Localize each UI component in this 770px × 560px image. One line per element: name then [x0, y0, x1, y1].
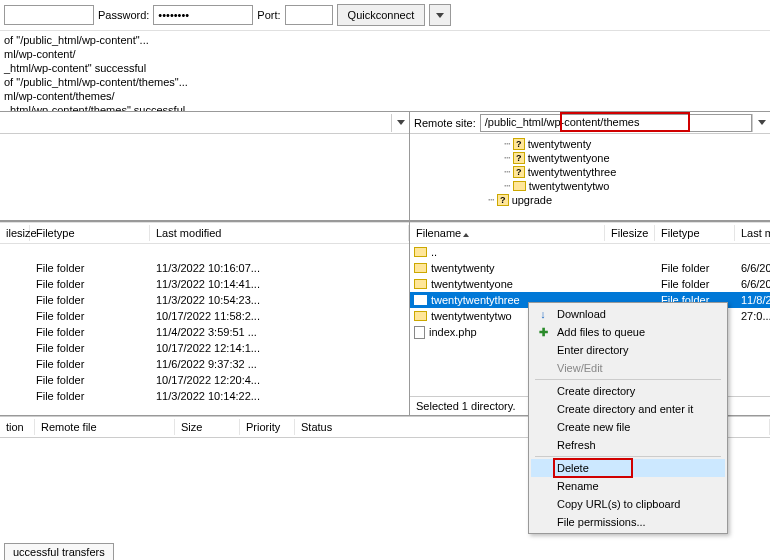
log-line: _html/wp-content" successful: [4, 61, 766, 75]
folder-icon: [513, 181, 526, 191]
quickconnect-dropdown[interactable]: [429, 4, 451, 26]
menu-item-rename[interactable]: Rename: [531, 477, 725, 495]
col-filename[interactable]: Filename: [410, 225, 605, 241]
log-line: ml/wp-content/themes/: [4, 89, 766, 103]
list-item[interactable]: File folder10/17/2022 12:14:1...: [0, 340, 409, 356]
menu-item-copy-url-s-to-clipboard[interactable]: Copy URL(s) to clipboard: [531, 495, 725, 513]
list-item[interactable]: File folder11/3/2022 10:54:23...: [0, 292, 409, 308]
unknown-folder-icon: ?: [513, 152, 525, 164]
username-field[interactable]: [4, 5, 94, 25]
remote-list-header: Filename Filesize Filetype Last modified: [410, 222, 770, 244]
col-size[interactable]: Size: [175, 419, 240, 435]
queue-tabs: uccessful transfers: [0, 544, 118, 560]
unknown-folder-icon: ?: [513, 138, 525, 150]
col-direction[interactable]: tion: [0, 419, 35, 435]
context-menu: ↓Download✚Add files to queueEnter direct…: [528, 302, 728, 534]
col-filetype[interactable]: Filetype: [30, 225, 150, 241]
unknown-folder-icon: ?: [513, 166, 525, 178]
highlight-delete: [553, 458, 633, 478]
tree-item[interactable]: ⋯?upgrade: [414, 193, 766, 207]
folder-icon: [414, 279, 427, 289]
password-label: Password:: [98, 9, 149, 21]
menu-separator: [535, 379, 721, 380]
col-filetype[interactable]: Filetype: [655, 225, 735, 241]
col-filesize[interactable]: ilesize: [0, 225, 30, 241]
menu-item-add-files-to-queue[interactable]: ✚Add files to queue: [531, 323, 725, 341]
col-lastmodified[interactable]: Last modified: [150, 225, 409, 241]
log-line: _html/wp-content/themes" successful: [4, 103, 766, 111]
remote-path-dropdown[interactable]: [752, 114, 770, 132]
local-site-bar: [0, 112, 409, 134]
download-icon: ↓: [535, 308, 551, 320]
chevron-down-icon: [397, 120, 405, 125]
chevron-down-icon: [758, 120, 766, 125]
tree-item[interactable]: ⋯?twentytwentythree: [414, 165, 766, 179]
menu-item-view-edit: View/Edit: [531, 359, 725, 377]
tree-item[interactable]: ⋯twentytwentytwo: [414, 179, 766, 193]
menu-item-create-directory[interactable]: Create directory: [531, 382, 725, 400]
list-item[interactable]: File folder10/17/2022 12:20:4...: [0, 372, 409, 388]
port-label: Port:: [257, 9, 280, 21]
col-priority[interactable]: Priority: [240, 419, 295, 435]
tab-successful-transfers[interactable]: uccessful transfers: [4, 543, 114, 560]
quickconnect-button[interactable]: Quickconnect: [337, 4, 426, 26]
sort-asc-icon: [463, 233, 469, 237]
menu-item-enter-directory[interactable]: Enter directory: [531, 341, 725, 359]
remote-tree[interactable]: ⋯?twentytwenty⋯?twentytwentyone⋯?twentyt…: [410, 134, 770, 219]
list-item[interactable]: File folder11/6/2022 9:37:32 ...: [0, 356, 409, 372]
parent-folder-icon: [414, 247, 427, 257]
list-item[interactable]: File folder11/4/2022 3:59:51 ...: [0, 324, 409, 340]
list-item[interactable]: File folder10/17/2022 11:58:2...: [0, 308, 409, 324]
menu-item-create-new-file[interactable]: Create new file: [531, 418, 725, 436]
menu-separator: [535, 456, 721, 457]
menu-item-refresh[interactable]: Refresh: [531, 436, 725, 454]
folder-icon: [414, 311, 427, 321]
file-icon: [414, 326, 425, 339]
folder-icon: [414, 295, 427, 305]
unknown-folder-icon: ?: [497, 194, 509, 206]
highlight-path: [560, 112, 690, 132]
log-line: of "/public_html/wp-content"...: [4, 33, 766, 47]
list-item[interactable]: File folder11/3/2022 10:14:41...: [0, 276, 409, 292]
col-remote-file[interactable]: Remote file: [35, 419, 175, 435]
remote-site-label: Remote site:: [410, 117, 480, 129]
local-file-list[interactable]: File folder11/3/2022 10:16:07...File fol…: [0, 244, 409, 404]
list-item[interactable]: File folder11/3/2022 10:14:22...: [0, 388, 409, 404]
menu-item-create-directory-and-enter-it[interactable]: Create directory and enter it: [531, 400, 725, 418]
menu-item-download[interactable]: ↓Download: [531, 305, 725, 323]
add-queue-icon: ✚: [535, 326, 551, 339]
list-item[interactable]: File folder11/3/2022 10:16:07...: [0, 260, 409, 276]
remote-site-bar: Remote site: /public_html/wp-content/the…: [410, 112, 770, 134]
list-item[interactable]: twentytwentyoneFile folder6/6/2022 2:27:…: [410, 276, 770, 292]
list-item[interactable]: twentytwentyFile folder6/6/2022 2:27:0..…: [410, 260, 770, 276]
log-panel: of "/public_html/wp-content"...ml/wp-con…: [0, 31, 770, 111]
tree-item[interactable]: ⋯?twentytwentyone: [414, 151, 766, 165]
menu-item-delete[interactable]: Delete: [531, 459, 725, 477]
tree-item[interactable]: ⋯?twentytwenty: [414, 137, 766, 151]
password-field[interactable]: [153, 5, 253, 25]
connection-toolbar: Password: Port: Quickconnect: [0, 0, 770, 31]
folder-icon: [414, 263, 427, 273]
col-lastmodified[interactable]: Last modified: [735, 225, 770, 241]
menu-item-file-permissions-[interactable]: File permissions...: [531, 513, 725, 531]
list-item[interactable]: ..: [410, 244, 770, 260]
col-filesize[interactable]: Filesize: [605, 225, 655, 241]
log-line: ml/wp-content/: [4, 47, 766, 61]
local-list-header: ilesize Filetype Last modified: [0, 222, 409, 244]
local-path-dropdown[interactable]: [391, 114, 409, 132]
log-line: of "/public_html/wp-content/themes"...: [4, 75, 766, 89]
chevron-down-icon: [436, 13, 444, 18]
port-field[interactable]: [285, 5, 333, 25]
